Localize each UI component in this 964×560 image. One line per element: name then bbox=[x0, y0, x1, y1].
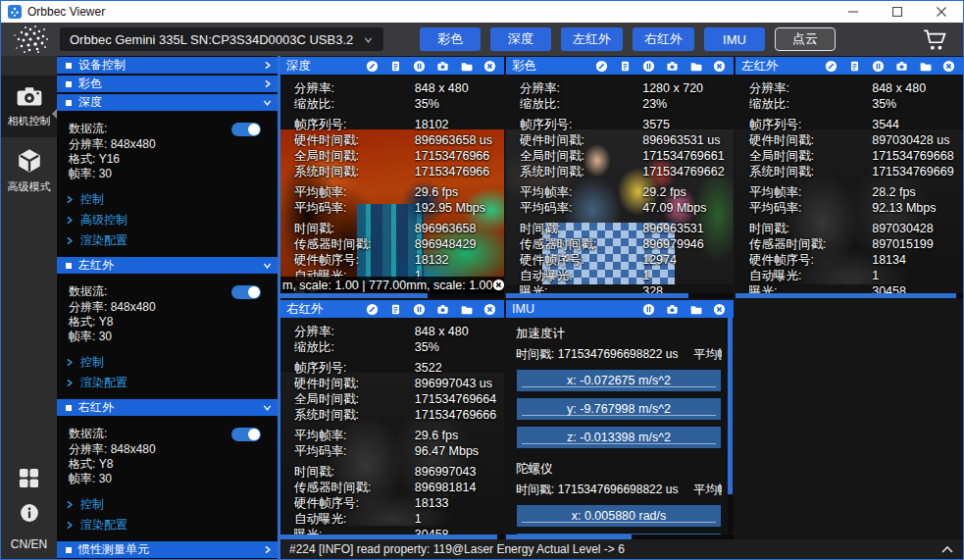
stat-label: 分辨率: bbox=[736, 80, 872, 96]
left-ir-stats: 分辨率: 848 x 480 缩放比: 35% 帧序列号: bbox=[736, 75, 963, 298]
link-control[interactable]: 控制 bbox=[64, 494, 280, 515]
panel-imu-header[interactable]: IMU bbox=[506, 300, 734, 318]
info-list-icon[interactable] bbox=[389, 303, 402, 316]
stat-value: 171534769668 bbox=[872, 149, 963, 163]
section-color[interactable]: 彩色 bbox=[57, 76, 280, 92]
close-panel-icon[interactable] bbox=[713, 60, 726, 73]
stat-row: 自动曝光: 1 bbox=[736, 268, 963, 283]
apps-grid-icon[interactable] bbox=[19, 468, 39, 488]
stat-row: 硬件时间戳: 897030428 us bbox=[736, 132, 963, 148]
stat-label: 自动曝光: bbox=[506, 268, 642, 283]
pause-icon[interactable] bbox=[642, 303, 655, 316]
edit-icon[interactable] bbox=[825, 60, 837, 73]
sidebar-item-camera-control[interactable]: 相机控制 bbox=[1, 76, 57, 137]
stat-label: 帧序列号: bbox=[280, 117, 415, 132]
stat-row: 帧序列号: 3575 bbox=[506, 117, 734, 132]
panel-right-ir-header[interactable]: 右红外 bbox=[280, 300, 504, 318]
expand-log-chevron-icon[interactable] bbox=[940, 545, 954, 554]
stat-row: 平均码率: 192.95 Mbps bbox=[280, 200, 504, 216]
link-control[interactable]: 控制 bbox=[64, 352, 280, 373]
panel-color-header[interactable]: 彩色 bbox=[506, 57, 734, 75]
save-folder-icon[interactable] bbox=[460, 60, 473, 73]
stream-toggle[interactable] bbox=[231, 428, 261, 441]
stream-toggle-label: 数据流: bbox=[69, 121, 107, 137]
stat-row: 传感器时间戳: 896979946 bbox=[506, 236, 734, 252]
pause-icon[interactable] bbox=[872, 60, 885, 73]
close-panel-icon[interactable] bbox=[713, 303, 726, 316]
stat-label: 硬件时间戳: bbox=[506, 132, 642, 148]
maximize-button[interactable] bbox=[875, 1, 919, 23]
right-ir-stats: 分辨率: 848 x 480 缩放比: 35% 帧序列号: bbox=[280, 318, 504, 539]
info-list-icon[interactable] bbox=[619, 60, 632, 73]
edit-icon[interactable] bbox=[366, 303, 379, 316]
cart-icon[interactable] bbox=[922, 27, 947, 51]
stat-label: 硬件时间戳: bbox=[280, 376, 415, 391]
accelerometer-bars: x: -0.072675 m/s^2 y: -9.767998 m/s^2 z:… bbox=[516, 369, 722, 449]
panel-left-ir-header[interactable]: 左红外 bbox=[736, 57, 963, 75]
close-panel-icon[interactable] bbox=[483, 60, 496, 73]
stream-button-color[interactable]: 彩色 bbox=[420, 27, 481, 51]
language-toggle[interactable]: CN/EN bbox=[11, 537, 47, 551]
info-list-icon[interactable] bbox=[848, 60, 861, 73]
stat-value: 896948429 bbox=[415, 237, 504, 251]
horizontal-scrollbar[interactable] bbox=[736, 293, 963, 298]
link-advanced-control[interactable]: 高级控制 bbox=[64, 210, 280, 230]
stream-button-depth[interactable]: 深度 bbox=[490, 27, 551, 51]
link-label: 高级控制 bbox=[80, 212, 127, 229]
stream-toggle[interactable] bbox=[231, 285, 261, 299]
save-folder-icon[interactable] bbox=[689, 303, 702, 316]
snapshot-icon[interactable] bbox=[895, 60, 908, 73]
link-render-config[interactable]: 渲染配置 bbox=[64, 515, 280, 535]
sidebar-item-advanced-mode[interactable]: 高级模式 bbox=[1, 137, 57, 203]
fps-value: 帧率: 30 bbox=[69, 330, 280, 344]
stat-row: 平均帧率: 29.6 fps bbox=[280, 428, 504, 443]
info-icon[interactable] bbox=[20, 503, 39, 523]
stat-row: 硬件时间戳: 896963531 us bbox=[506, 132, 734, 148]
imu-axis-bar: y: -9.767998 m/s^2 bbox=[516, 397, 722, 421]
pause-icon[interactable] bbox=[642, 60, 655, 73]
pause-icon[interactable] bbox=[413, 303, 426, 316]
stat-value: 17153476966 bbox=[415, 149, 504, 163]
overlay-close-icon[interactable] bbox=[492, 279, 504, 291]
minimize-button[interactable] bbox=[831, 1, 875, 23]
stream-button-imu[interactable]: IMU bbox=[704, 27, 765, 51]
save-folder-icon[interactable] bbox=[919, 60, 932, 73]
link-render-config[interactable]: 渲染配置 bbox=[64, 230, 280, 251]
section-device-control[interactable]: 设备控制 bbox=[57, 57, 280, 74]
stream-toggle[interactable] bbox=[231, 123, 261, 136]
snapshot-icon[interactable] bbox=[666, 60, 679, 73]
section-left-ir[interactable]: 左红外 bbox=[57, 257, 280, 274]
panel-depth-header[interactable]: 深度 bbox=[280, 57, 504, 75]
stat-row: 硬件时间戳: 896997043 us bbox=[280, 376, 504, 391]
edit-icon[interactable] bbox=[366, 60, 379, 73]
info-list-icon[interactable] bbox=[389, 60, 402, 73]
link-render-config[interactable]: 渲染配置 bbox=[64, 373, 280, 393]
snapshot-icon[interactable] bbox=[436, 303, 449, 316]
stream-toggle-label: 数据流: bbox=[69, 426, 107, 442]
stream-button-right-ir[interactable]: 右红外 bbox=[633, 27, 694, 51]
pause-icon[interactable] bbox=[413, 60, 426, 73]
device-selector[interactable]: Orbbec Gemini 335L SN:CP3S34D0003C USB3.… bbox=[60, 27, 383, 51]
stream-button-left-ir[interactable]: 左红外 bbox=[561, 27, 623, 51]
close-button[interactable] bbox=[919, 1, 963, 23]
stream-button-point-cloud[interactable]: 点云 bbox=[775, 27, 836, 51]
section-right-ir[interactable]: 右红外 bbox=[57, 399, 280, 416]
panel-depth: 深度 bbox=[280, 57, 504, 298]
vertical-scrollbar[interactable] bbox=[728, 318, 733, 533]
close-panel-icon[interactable] bbox=[942, 60, 955, 73]
section-depth[interactable]: 深度 bbox=[57, 94, 280, 111]
stat-label: 分辨率: bbox=[280, 324, 415, 339]
close-panel-icon[interactable] bbox=[483, 303, 496, 316]
horizontal-scrollbar[interactable] bbox=[506, 293, 734, 298]
camera-icon bbox=[16, 85, 43, 109]
save-folder-icon[interactable] bbox=[460, 303, 473, 316]
stat-row: 系统时间戳: 171534769666 bbox=[280, 407, 504, 423]
imu-axis-bar: x: -0.072675 m/s^2 bbox=[516, 369, 722, 392]
snapshot-icon[interactable] bbox=[666, 303, 679, 316]
horizontal-scrollbar[interactable] bbox=[280, 293, 504, 298]
save-folder-icon[interactable] bbox=[689, 60, 702, 73]
section-imu[interactable]: 惯性测量单元 bbox=[57, 541, 280, 558]
link-control[interactable]: 控制 bbox=[64, 189, 280, 210]
snapshot-icon[interactable] bbox=[436, 60, 449, 73]
edit-icon[interactable] bbox=[595, 60, 608, 73]
